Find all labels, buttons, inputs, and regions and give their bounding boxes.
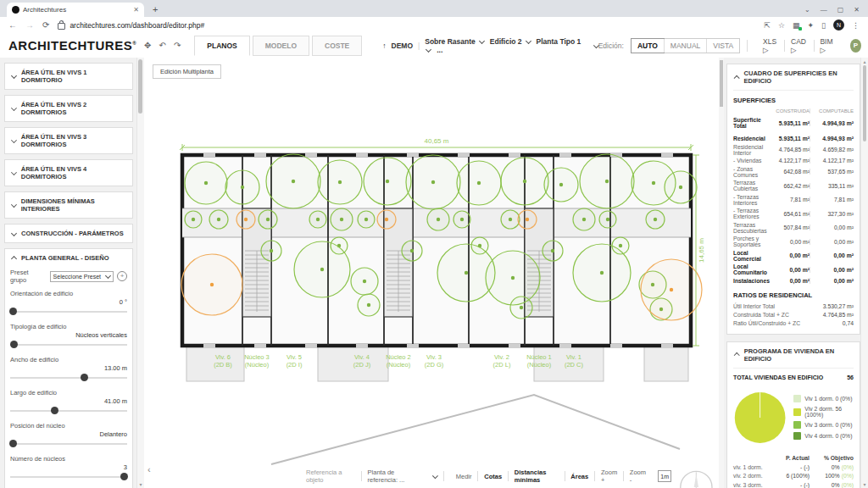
tab-close-icon[interactable]: ✕ (133, 6, 139, 14)
slider-knob[interactable] (51, 407, 58, 414)
chevron-down-icon (11, 169, 17, 175)
share-icon[interactable]: ⇱ (764, 21, 771, 30)
browser-avatar[interactable]: N (833, 19, 844, 30)
new-tab-button[interactable]: + (153, 3, 158, 17)
slider-knob[interactable] (9, 440, 17, 447)
browser-tab[interactable]: Architechtures ✕ (7, 3, 144, 17)
user-avatar[interactable]: P (850, 39, 861, 53)
toolbar-button-distancias-m-nimas[interactable]: Distancias mínimas (509, 469, 565, 484)
chevron-down-icon (479, 37, 485, 43)
sidebar-scrollbar[interactable]: ▾ (136, 58, 144, 488)
ratio-row: Ratio Útil/Construido + ZC0,74 (733, 320, 854, 326)
edition-mode-auto[interactable]: AUTO (632, 39, 664, 53)
accordion-panel[interactable]: DIMENSIONES MÍNIMAS INTERIORES (4, 191, 133, 219)
back-icon[interactable]: ← (8, 20, 17, 30)
legend-swatch (793, 421, 801, 429)
breadcrumb-item[interactable]: ... (437, 46, 442, 54)
export-xls-button[interactable]: XLS ▷ (760, 37, 782, 54)
pin-icon[interactable]: ✦ (808, 21, 815, 30)
breadcrumb-item[interactable]: Planta Tipo 1 (537, 37, 581, 46)
scale-input[interactable]: 1m (658, 470, 671, 482)
slider-knob[interactable] (10, 341, 18, 348)
window-more-icon[interactable]: ⌄ (804, 6, 810, 14)
forward-icon[interactable]: → (25, 20, 34, 30)
accordion-panel[interactable]: ÁREA ÚTIL EN VIVS 2 DORMITORIOS (4, 95, 133, 122)
scroll-down-icon[interactable]: ▾ (861, 481, 868, 487)
undo-icon[interactable]: ↶ (159, 41, 165, 50)
window-maximize-icon[interactable]: ▢ (837, 6, 844, 14)
edition-mode-vista[interactable]: VISTA (706, 39, 739, 53)
parameter-slider[interactable] (10, 440, 127, 447)
export-cad-button[interactable]: CAD ▷ (787, 37, 811, 54)
tab-planos[interactable]: PLANOS (194, 36, 249, 56)
program-card-header[interactable]: PROGRAMA DE VIVIENDA EN EDIFICIO (733, 347, 854, 369)
preset-select[interactable]: Seleccione Preset (50, 271, 114, 282)
ratio-row: Construida Total + ZC4.764,85 m² (733, 312, 854, 318)
breadcrumb-item[interactable]: Edificio 2 (490, 37, 522, 46)
scroll-up-icon[interactable]: ▴ (861, 58, 868, 64)
accordion-panel[interactable]: CONSTRUCCIÓN - PARÁMETROS (4, 224, 133, 243)
drawing-canvas[interactable]: 40,65 m14,65 mViv. 6(2D B)Núcleo 3(Núcle… (144, 58, 719, 488)
breadcrumb: ↑ DEMO | Sobre RasanteEdificio 2Planta T… (382, 37, 598, 54)
accordion-panel[interactable]: ÁREA ÚTIL EN VIVS 3 DORMITORIOS (4, 127, 133, 154)
parameter-label: Tipología de edificio (10, 323, 127, 330)
window-close-icon[interactable]: ✕ (854, 6, 860, 14)
pan-tool-icon[interactable]: ✥ (144, 41, 151, 50)
parameter-slider[interactable] (10, 341, 127, 348)
upload-icon[interactable]: ↑ (382, 42, 386, 50)
reload-icon[interactable]: ⟳ (42, 20, 49, 30)
object-reference-label[interactable]: Referencia a objeto (306, 469, 355, 484)
address-bar[interactable]: architechtures.com/dashboard/editor.php# (58, 20, 764, 30)
svg-text:(2D C): (2D C) (565, 361, 584, 369)
site-favicon (12, 6, 19, 14)
slider-knob[interactable] (120, 473, 128, 480)
parameter-slider[interactable] (10, 374, 127, 381)
toolbar-button--reas[interactable]: Áreas (565, 473, 594, 480)
collapse-left-panel-icon[interactable]: ‹ (147, 464, 151, 474)
bookmark-star-icon[interactable]: ☆ (778, 21, 785, 30)
chevron-down-icon[interactable] (432, 473, 438, 479)
compass-icon[interactable] (679, 468, 714, 488)
toolbar-button-medir[interactable]: Medir (450, 473, 478, 480)
toolbar-button-cotas[interactable]: Cotas (478, 473, 508, 480)
accordion-panel[interactable]: ÁREA ÚTIL EN VIVS 1 DORMITORIO (4, 63, 133, 90)
extension-icon[interactable]: ▦ (793, 21, 800, 30)
project-name[interactable]: DEMO (392, 42, 414, 50)
tab-coste[interactable]: COSTE (312, 36, 362, 56)
add-preset-icon[interactable]: + (117, 271, 127, 281)
surfaces-card-header[interactable]: CUADRO DE SUPERFICIES EN EDIFICIO (733, 69, 854, 91)
menu-kebab-icon[interactable]: ⋮ (852, 21, 860, 30)
svg-text:(Núcleo): (Núcleo) (387, 361, 411, 369)
edition-mode-manual[interactable]: MANUAL (664, 39, 706, 53)
legend-item: Viv 1 dorm. 0 (0%) (793, 395, 854, 402)
panel-left-scrollbar[interactable] (719, 58, 724, 488)
open-panel-header[interactable]: PLANTA GENERAL - DISEÑO (10, 254, 127, 262)
toolbar-button-zoom-+[interactable]: Zoom + (595, 469, 623, 484)
accordion-panel[interactable]: ÁREA ÚTIL EN VIVS 4 DORMITORIOS (4, 159, 133, 186)
slider-knob[interactable] (81, 374, 88, 381)
parameter-slider[interactable] (10, 473, 127, 480)
chevron-up-icon (734, 75, 740, 81)
breadcrumb-item[interactable]: Sobre Rasante (425, 37, 476, 46)
panel-scrollbar[interactable]: ▴ ▾ (860, 58, 868, 488)
scrollbar-thumb[interactable] (863, 65, 866, 141)
scroll-down-icon[interactable]: ▾ (137, 481, 144, 487)
toolbar-button-zoom--[interactable]: Zoom - (624, 469, 652, 484)
parameter-label: Largo de edificio (10, 389, 127, 396)
side-panel-icon[interactable]: ▯ (821, 21, 826, 30)
parameter-slider[interactable] (10, 308, 127, 315)
floor-plan[interactable]: 40,65 m14,65 mViv. 6(2D B)Núcleo 3(Núcle… (144, 58, 719, 488)
slider-knob[interactable] (9, 308, 17, 315)
surface-row: Terrazas Descubiertas507,84 m²0,00 m² (733, 222, 854, 234)
multiplanta-button[interactable]: Edición Multiplanta (153, 64, 221, 79)
scrollbar-thumb[interactable] (138, 59, 142, 114)
plant-reference-dropdown[interactable]: Planta de referencia: ... (368, 469, 426, 484)
export-bim-button[interactable]: BIM ▷ (816, 37, 838, 54)
surface-row: Porches y Soportales0,00 m²0,00 m² (733, 236, 854, 247)
window-minimize-icon[interactable]: — (821, 6, 827, 14)
redo-icon[interactable]: ↷ (174, 41, 181, 50)
tab-modelo[interactable]: MODELO (253, 36, 309, 56)
parameter-slider[interactable] (10, 407, 127, 414)
surface-row: - Terrazas Exteriores654,61 m²327,30 m² (733, 208, 854, 219)
legend-swatch (793, 432, 801, 440)
